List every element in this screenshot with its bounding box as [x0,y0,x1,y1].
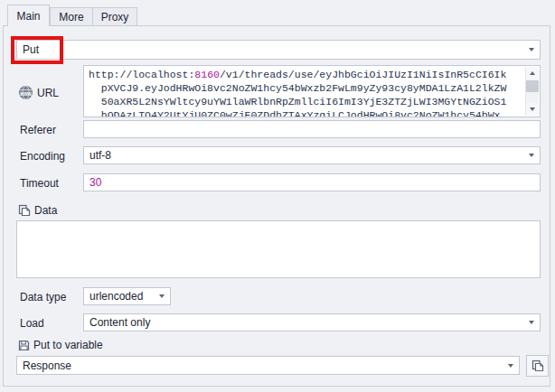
referer-label: Referer [20,124,56,136]
tab-main-label: Main [16,10,40,23]
copy-variable-button[interactable] [526,355,549,377]
scrollbar-thumb[interactable] [526,80,539,92]
url-host: http://localhost: [89,69,194,80]
encoding-select[interactable]: utf-8 [83,146,541,164]
url-label: www URL [18,85,59,100]
data-type-label: Data type [20,291,66,303]
timeout-input[interactable]: 30 [83,173,541,191]
put-to-variable-label: Put to variable [18,339,103,351]
put-to-variable-label-text: Put to variable [33,339,103,351]
chevron-down-icon [529,154,534,157]
referer-input[interactable] [83,120,541,138]
data-label: Data [18,204,57,217]
scroll-up-button[interactable] [526,67,539,79]
tab-proxy[interactable]: Proxy [92,7,137,26]
url-path-token: /v1/threads/use/eyJhbGciOiJIUzI1NiIsInR5… [220,69,506,80]
http-request-dialog: Main More Proxy Put www URL http://local… [0,0,555,392]
tab-proxy-label: Proxy [101,11,129,23]
tab-more-label: More [59,11,83,23]
data-type-value: urlencoded [89,290,143,303]
scroll-down-icon [530,107,535,111]
load-select[interactable]: Content only [83,313,541,331]
method-value: Put [23,43,39,56]
chevron-down-icon [529,48,534,51]
url-label-text: URL [37,87,59,99]
data-label-text: Data [34,204,57,217]
encoding-label: Encoding [20,150,65,163]
timeout-value: 30 [89,176,101,189]
encoding-value: utf-8 [89,149,111,162]
globe-www-icon: www [18,85,33,100]
svg-text:www: www [19,90,32,96]
load-value: Content only [89,316,150,329]
load-label: Load [20,317,44,330]
url-input[interactable]: http://localhost:8160/v1/threads/use/eyJ… [83,65,541,117]
url-line-3: 50aXR5L2NsYWltcy9uYW1laWRlbnRpZmllciI6Im… [89,95,535,108]
chevron-down-icon [529,321,534,324]
chevron-down-icon [159,294,165,298]
url-line-4: hODAzLTQ4Y2UtYjU0ZC0wZjE0ZDdhZTAxYzgiLCJ… [89,108,535,117]
data-textarea[interactable] [16,220,541,278]
url-scrollbar[interactable] [525,67,539,116]
tab-more[interactable]: More [50,7,93,26]
url-port: 8160 [194,69,220,80]
scroll-down-button[interactable] [526,103,539,116]
put-to-variable-select[interactable]: Response [16,356,520,375]
timeout-label: Timeout [20,177,59,190]
copy-pages-icon [18,204,31,217]
url-line-2: pXVCJ9.eyJodHRwOi8vc2NoZW1hcy54bWxzb2FwL… [89,81,535,95]
put-to-variable-value: Response [23,359,71,372]
copy-pages-icon [531,359,544,372]
data-type-select[interactable]: urlencoded [83,287,171,305]
scroll-up-icon [530,71,535,75]
chevron-down-icon [508,364,513,368]
floppy-disk-icon [18,340,30,351]
tab-main[interactable]: Main [7,5,50,26]
method-select[interactable]: Put [16,40,541,60]
url-line-1: http://localhost:8160/v1/threads/use/eyJ… [89,68,535,81]
